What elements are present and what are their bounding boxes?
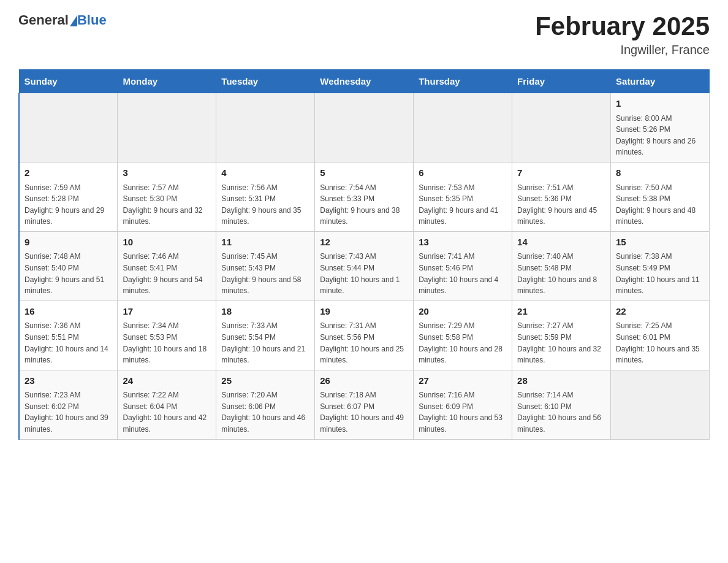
table-row: 25Sunrise: 7:20 AMSunset: 6:06 PMDayligh… xyxy=(216,370,315,439)
day-number: 12 xyxy=(320,236,408,250)
day-number: 20 xyxy=(419,305,507,319)
table-row: 10Sunrise: 7:46 AMSunset: 5:41 PMDayligh… xyxy=(118,231,216,301)
day-number: 24 xyxy=(123,374,211,388)
table-row: 14Sunrise: 7:40 AMSunset: 5:48 PMDayligh… xyxy=(512,231,611,301)
title-block: February 2025 Ingwiller, France xyxy=(535,12,710,57)
location-title: Ingwiller, France xyxy=(535,43,710,57)
table-row: 12Sunrise: 7:43 AMSunset: 5:44 PMDayligh… xyxy=(315,231,414,301)
day-number: 2 xyxy=(25,166,112,180)
sun-info: Sunrise: 7:34 AMSunset: 5:53 PMDaylight:… xyxy=(123,320,211,366)
header-monday: Monday xyxy=(118,70,216,93)
sun-info: Sunrise: 7:56 AMSunset: 5:31 PMDaylight:… xyxy=(221,182,309,228)
table-row: 3Sunrise: 7:57 AMSunset: 5:30 PMDaylight… xyxy=(118,163,216,232)
day-number: 19 xyxy=(320,305,408,319)
table-row: 7Sunrise: 7:51 AMSunset: 5:36 PMDaylight… xyxy=(512,163,611,232)
table-row: 27Sunrise: 7:16 AMSunset: 6:09 PMDayligh… xyxy=(414,370,512,439)
table-row: 21Sunrise: 7:27 AMSunset: 5:59 PMDayligh… xyxy=(512,301,611,370)
table-row: 17Sunrise: 7:34 AMSunset: 5:53 PMDayligh… xyxy=(118,301,216,370)
day-number: 4 xyxy=(221,166,309,180)
day-number: 5 xyxy=(320,166,408,180)
sun-info: Sunrise: 7:46 AMSunset: 5:41 PMDaylight:… xyxy=(123,251,211,296)
day-number: 10 xyxy=(123,236,211,250)
table-row: 1Sunrise: 8:00 AMSunset: 5:26 PMDaylight… xyxy=(611,93,710,163)
day-number: 9 xyxy=(25,236,112,250)
sun-info: Sunrise: 7:59 AMSunset: 5:28 PMDaylight:… xyxy=(25,182,112,228)
day-number: 17 xyxy=(123,305,211,319)
sun-info: Sunrise: 7:43 AMSunset: 5:44 PMDaylight:… xyxy=(320,251,408,296)
day-number: 1 xyxy=(616,97,704,111)
sun-info: Sunrise: 7:31 AMSunset: 5:56 PMDaylight:… xyxy=(320,320,408,366)
sun-info: Sunrise: 7:33 AMSunset: 5:54 PMDaylight:… xyxy=(221,320,309,366)
sun-info: Sunrise: 7:50 AMSunset: 5:38 PMDaylight:… xyxy=(616,182,704,228)
table-row: 19Sunrise: 7:31 AMSunset: 5:56 PMDayligh… xyxy=(315,301,414,370)
header-sunday: Sunday xyxy=(19,70,118,93)
sun-info: Sunrise: 7:22 AMSunset: 6:04 PMDaylight:… xyxy=(123,389,211,435)
header-friday: Friday xyxy=(512,70,611,93)
day-number: 11 xyxy=(221,236,309,250)
day-number: 22 xyxy=(616,305,704,319)
table-row xyxy=(512,93,611,163)
calendar-header-row: Sunday Monday Tuesday Wednesday Thursday… xyxy=(19,70,710,93)
calendar-table: Sunday Monday Tuesday Wednesday Thursday… xyxy=(18,69,710,439)
logo-blue-text: Blue xyxy=(77,12,107,28)
logo: General Blue xyxy=(18,12,107,28)
page-header: General Blue February 2025 Ingwiller, Fr… xyxy=(18,12,710,57)
day-number: 21 xyxy=(517,305,605,319)
sun-info: Sunrise: 7:23 AMSunset: 6:02 PMDaylight:… xyxy=(25,389,112,435)
header-saturday: Saturday xyxy=(611,70,710,93)
table-row: 6Sunrise: 7:53 AMSunset: 5:35 PMDaylight… xyxy=(414,163,512,232)
table-row: 4Sunrise: 7:56 AMSunset: 5:31 PMDaylight… xyxy=(216,163,315,232)
table-row xyxy=(414,93,512,163)
sun-info: Sunrise: 7:36 AMSunset: 5:51 PMDaylight:… xyxy=(25,320,112,366)
calendar-week-row: 9Sunrise: 7:48 AMSunset: 5:40 PMDaylight… xyxy=(19,231,710,301)
day-number: 28 xyxy=(517,374,605,388)
table-row: 13Sunrise: 7:41 AMSunset: 5:46 PMDayligh… xyxy=(414,231,512,301)
logo-triangle-icon xyxy=(70,15,77,26)
sun-info: Sunrise: 7:54 AMSunset: 5:33 PMDaylight:… xyxy=(320,182,408,228)
sun-info: Sunrise: 7:14 AMSunset: 6:10 PMDaylight:… xyxy=(517,389,605,435)
table-row: 24Sunrise: 7:22 AMSunset: 6:04 PMDayligh… xyxy=(118,370,216,439)
table-row: 23Sunrise: 7:23 AMSunset: 6:02 PMDayligh… xyxy=(19,370,118,439)
day-number: 23 xyxy=(25,374,112,388)
header-thursday: Thursday xyxy=(414,70,512,93)
day-number: 14 xyxy=(517,236,605,250)
day-number: 25 xyxy=(221,374,309,388)
logo-general-text: General xyxy=(18,12,69,28)
sun-info: Sunrise: 7:38 AMSunset: 5:49 PMDaylight:… xyxy=(616,251,704,296)
table-row xyxy=(315,93,414,163)
month-title: February 2025 xyxy=(535,12,710,40)
sun-info: Sunrise: 8:00 AMSunset: 5:26 PMDaylight:… xyxy=(616,113,704,158)
table-row: 26Sunrise: 7:18 AMSunset: 6:07 PMDayligh… xyxy=(315,370,414,439)
sun-info: Sunrise: 7:16 AMSunset: 6:09 PMDaylight:… xyxy=(419,389,507,435)
table-row: 8Sunrise: 7:50 AMSunset: 5:38 PMDaylight… xyxy=(611,163,710,232)
sun-info: Sunrise: 7:45 AMSunset: 5:43 PMDaylight:… xyxy=(221,251,309,296)
table-row xyxy=(118,93,216,163)
day-number: 18 xyxy=(221,305,309,319)
table-row: 2Sunrise: 7:59 AMSunset: 5:28 PMDaylight… xyxy=(19,163,118,232)
table-row xyxy=(216,93,315,163)
day-number: 8 xyxy=(616,166,704,180)
day-number: 3 xyxy=(123,166,211,180)
sun-info: Sunrise: 7:51 AMSunset: 5:36 PMDaylight:… xyxy=(517,182,605,228)
day-number: 15 xyxy=(616,236,704,250)
table-row xyxy=(611,370,710,439)
table-row: 20Sunrise: 7:29 AMSunset: 5:58 PMDayligh… xyxy=(414,301,512,370)
day-number: 7 xyxy=(517,166,605,180)
table-row xyxy=(19,93,118,163)
sun-info: Sunrise: 7:40 AMSunset: 5:48 PMDaylight:… xyxy=(517,251,605,296)
sun-info: Sunrise: 7:20 AMSunset: 6:06 PMDaylight:… xyxy=(221,389,309,435)
sun-info: Sunrise: 7:18 AMSunset: 6:07 PMDaylight:… xyxy=(320,389,408,435)
calendar-week-row: 16Sunrise: 7:36 AMSunset: 5:51 PMDayligh… xyxy=(19,301,710,370)
sun-info: Sunrise: 7:25 AMSunset: 6:01 PMDaylight:… xyxy=(616,320,704,366)
header-tuesday: Tuesday xyxy=(216,70,315,93)
day-number: 6 xyxy=(419,166,507,180)
table-row: 15Sunrise: 7:38 AMSunset: 5:49 PMDayligh… xyxy=(611,231,710,301)
table-row: 16Sunrise: 7:36 AMSunset: 5:51 PMDayligh… xyxy=(19,301,118,370)
table-row: 9Sunrise: 7:48 AMSunset: 5:40 PMDaylight… xyxy=(19,231,118,301)
sun-info: Sunrise: 7:27 AMSunset: 5:59 PMDaylight:… xyxy=(517,320,605,366)
table-row: 18Sunrise: 7:33 AMSunset: 5:54 PMDayligh… xyxy=(216,301,315,370)
sun-info: Sunrise: 7:57 AMSunset: 5:30 PMDaylight:… xyxy=(123,182,211,228)
table-row: 11Sunrise: 7:45 AMSunset: 5:43 PMDayligh… xyxy=(216,231,315,301)
sun-info: Sunrise: 7:48 AMSunset: 5:40 PMDaylight:… xyxy=(25,251,112,296)
day-number: 26 xyxy=(320,374,408,388)
